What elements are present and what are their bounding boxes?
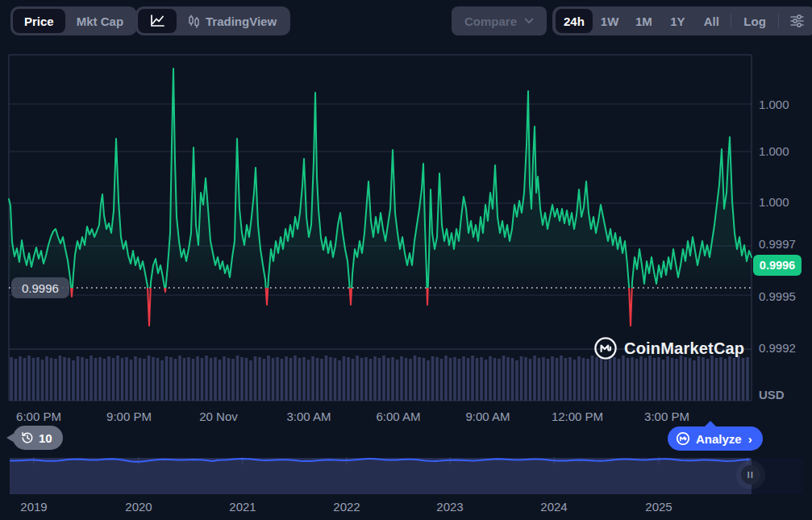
y-axis-label: 0.9992 [759, 340, 796, 356]
x-axis-label: 20 Nov [199, 410, 238, 424]
price-line-chart[interactable] [0, 0, 812, 451]
history-count: 10 [39, 431, 52, 445]
x-axis-label: 3:00 AM [286, 410, 331, 424]
coinmarketcap-chat-icon [676, 431, 690, 446]
current-price-badge: 0.9996 [753, 255, 802, 276]
scrubber-handle[interactable]: II [741, 465, 760, 485]
minimap-year-label: 2024 [540, 500, 567, 514]
x-axis-label: 6:00 AM [376, 410, 420, 424]
y-axis-label: 1.000 [759, 194, 789, 210]
minimap-year-label: 2020 [125, 500, 152, 514]
y-axis-label: USD [759, 387, 785, 403]
minimap-year-label: 2023 [436, 500, 463, 514]
x-axis-label: 6:00 PM [16, 410, 61, 424]
y-axis-label: 0.9995 [759, 289, 796, 305]
x-axis-label: 12:00 PM [552, 410, 603, 424]
analyze-button[interactable]: Analyze › [668, 426, 763, 451]
price-chart-app: Price Mkt Cap TradingView [0, 0, 812, 520]
y-axis-label: 1.000 [759, 97, 789, 113]
x-axis-label: 9:00 AM [465, 410, 510, 424]
scrubber-minimap[interactable] [0, 451, 812, 500]
y-axis-label: 0.9997 [759, 236, 796, 252]
minimap-year-label: 2019 [20, 500, 47, 514]
reference-price-pill: 0.9996 [11, 277, 69, 298]
handle-grip-icon: II [747, 471, 755, 480]
x-axis-label: 3:00 PM [644, 410, 689, 424]
history-clock-icon [21, 431, 34, 444]
minimap-year-label: 2025 [645, 500, 672, 514]
minimap-year-label: 2022 [333, 500, 360, 514]
y-axis-label: 1.000 [759, 144, 789, 160]
history-badge[interactable]: 10 [13, 426, 63, 450]
coinmarketcap-watermark: CoinMarketCap [593, 336, 744, 360]
chevron-right-icon: › [748, 432, 752, 446]
x-axis-label: 9:00 PM [106, 410, 152, 424]
minimap-year-label: 2021 [229, 500, 256, 514]
coinmarketcap-logo-icon [593, 336, 618, 360]
